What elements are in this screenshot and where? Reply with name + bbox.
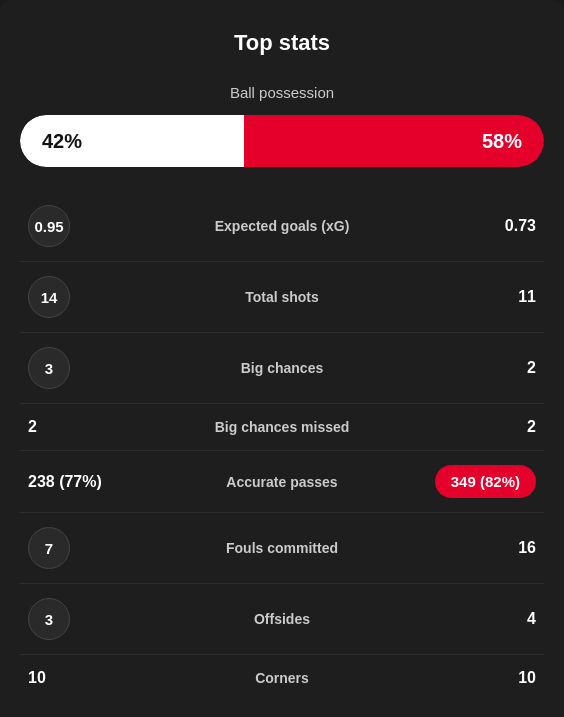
stat-label: Corners <box>169 670 395 686</box>
stat-right-value: 10 <box>395 669 536 687</box>
table-row: 3Big chances2 <box>20 333 544 404</box>
stat-right-value: 11 <box>395 288 536 306</box>
stat-label: Total shots <box>169 289 395 305</box>
stat-left-value: 7 <box>28 527 169 569</box>
stat-left-value: 2 <box>28 418 169 436</box>
stat-left-value: 14 <box>28 276 169 318</box>
stat-label: Expected goals (xG) <box>169 218 395 234</box>
possession-bar: 42% 58% <box>20 115 544 167</box>
table-row: 238 (77%)Accurate passes349 (82%) <box>20 451 544 513</box>
stat-plain-value: 11 <box>518 288 536 306</box>
stat-label: Fouls committed <box>169 540 395 556</box>
stat-plain-value: 2 <box>28 418 37 436</box>
table-row: 2Big chances missed2 <box>20 404 544 451</box>
possession-left: 42% <box>20 115 244 167</box>
table-row: 14Total shots11 <box>20 262 544 333</box>
stat-right-value: 0.73 <box>395 217 536 235</box>
top-stats-card: Top stats Ball possession 42% 58% 0.95Ex… <box>0 0 564 717</box>
stat-plain-value: 2 <box>527 359 536 377</box>
table-row: 10Corners10 <box>20 655 544 701</box>
stat-plain-value: 4 <box>527 610 536 628</box>
stat-badge: 0.95 <box>28 205 70 247</box>
stat-right-value: 2 <box>395 359 536 377</box>
stat-label: Big chances missed <box>169 419 395 435</box>
stat-right-value: 349 (82%) <box>395 465 536 498</box>
stat-left-value: 3 <box>28 347 169 389</box>
stat-right-value: 4 <box>395 610 536 628</box>
stat-plain-value: 2 <box>527 418 536 436</box>
stat-right-value: 16 <box>395 539 536 557</box>
stat-left-value: 0.95 <box>28 205 169 247</box>
table-row: 7Fouls committed16 <box>20 513 544 584</box>
possession-right: 58% <box>244 115 544 167</box>
possession-label: Ball possession <box>230 84 334 101</box>
stat-highlight-value: 349 (82%) <box>435 465 536 498</box>
stats-list: 0.95Expected goals (xG)0.7314Total shots… <box>20 191 544 701</box>
stat-badge: 3 <box>28 347 70 389</box>
stat-label: Accurate passes <box>169 474 395 490</box>
stat-badge: 14 <box>28 276 70 318</box>
stat-right-value: 2 <box>395 418 536 436</box>
stat-plain-value: 238 (77%) <box>28 473 102 491</box>
stat-left-value: 3 <box>28 598 169 640</box>
stat-left-value: 10 <box>28 669 169 687</box>
stat-plain-value: 0.73 <box>505 217 536 235</box>
page-title: Top stats <box>234 30 330 56</box>
stat-badge: 7 <box>28 527 70 569</box>
stat-plain-value: 10 <box>518 669 536 687</box>
stat-plain-value: 16 <box>518 539 536 557</box>
stat-left-value: 238 (77%) <box>28 473 169 491</box>
stat-plain-value: 10 <box>28 669 46 687</box>
table-row: 0.95Expected goals (xG)0.73 <box>20 191 544 262</box>
stat-label: Big chances <box>169 360 395 376</box>
stat-badge: 3 <box>28 598 70 640</box>
stat-label: Offsides <box>169 611 395 627</box>
table-row: 3Offsides4 <box>20 584 544 655</box>
